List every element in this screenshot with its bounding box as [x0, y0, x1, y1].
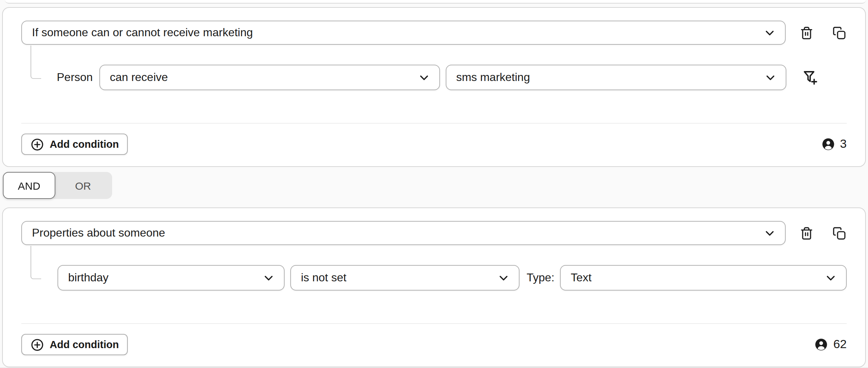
- plus-circle-icon: [31, 137, 44, 151]
- chevron-down-icon: [263, 272, 274, 283]
- and-label: AND: [18, 179, 40, 191]
- group-1-condition-row: Person can receive sms marketing: [57, 65, 847, 90]
- condition-group-1: If someone can or cannot receive marketi…: [2, 7, 866, 167]
- tree-connector: [31, 45, 41, 79]
- group-1-category-value: If someone can or cannot receive marketi…: [32, 26, 757, 39]
- user-circle-icon: [822, 138, 834, 151]
- group-1-header: If someone can or cannot receive marketi…: [21, 21, 847, 45]
- group-2-type-select[interactable]: Text: [560, 265, 847, 291]
- copy-icon: [832, 226, 846, 240]
- add-condition-label: Add condition: [50, 139, 119, 150]
- group-1-operator-value: can receive: [110, 71, 411, 84]
- connector-and-button[interactable]: AND: [3, 172, 55, 199]
- filter-plus-icon: [802, 70, 818, 85]
- group-1-count-value: 3: [840, 137, 847, 151]
- group-1-divider: [21, 123, 847, 124]
- group-1-profile-count: 3: [822, 137, 847, 151]
- add-condition-label: Add condition: [50, 339, 119, 350]
- chevron-down-icon: [418, 72, 429, 83]
- group-2-divider: [21, 323, 847, 324]
- duplicate-group-1-button[interactable]: [831, 25, 847, 40]
- segment-builder: If someone can or cannot receive marketi…: [0, 0, 868, 368]
- card-above-fragment: [5, 0, 866, 4]
- chevron-down-icon: [825, 272, 836, 283]
- plus-circle-icon: [31, 338, 44, 351]
- group-2-profile-count: 62: [815, 337, 847, 352]
- group-1-category-select[interactable]: If someone can or cannot receive marketi…: [21, 21, 786, 45]
- add-filter-button[interactable]: [802, 69, 819, 86]
- duplicate-group-2-button[interactable]: [831, 225, 847, 241]
- group-connector-toggle: OR AND: [3, 172, 123, 199]
- group-2-operator-select[interactable]: is not set: [290, 265, 520, 291]
- group-2-category-value: Properties about someone: [32, 227, 757, 239]
- group-2-header: Properties about someone: [21, 221, 847, 245]
- chevron-down-icon: [764, 27, 775, 38]
- group-2-type-value: Text: [571, 271, 818, 284]
- group-2-category-select[interactable]: Properties about someone: [21, 221, 786, 245]
- group-1-footer: Add condition 3: [21, 134, 847, 155]
- group-1-operator-select[interactable]: can receive: [99, 65, 440, 90]
- group-2-footer: Add condition 62: [21, 334, 847, 355]
- delete-group-1-button[interactable]: [798, 25, 814, 40]
- tree-connector: [31, 246, 41, 279]
- or-label: OR: [75, 179, 91, 191]
- group-1-channel-value: sms marketing: [456, 71, 758, 84]
- group-2-condition-row: birthday is not set Type: Text: [57, 265, 847, 291]
- group-1-channel-select[interactable]: sms marketing: [445, 65, 786, 90]
- trash-icon: [800, 26, 813, 39]
- delete-group-2-button[interactable]: [798, 225, 814, 241]
- group-2-property-select[interactable]: birthday: [57, 265, 285, 291]
- group-2-property-value: birthday: [68, 271, 256, 284]
- add-condition-button-1[interactable]: Add condition: [21, 134, 128, 155]
- chevron-down-icon: [498, 272, 509, 283]
- trash-icon: [800, 226, 813, 240]
- chevron-down-icon: [765, 72, 775, 83]
- condition-subject-label: Person: [57, 71, 93, 84]
- condition-group-2: Properties about someone birthday: [2, 207, 866, 367]
- chevron-down-icon: [764, 228, 775, 238]
- copy-icon: [832, 26, 846, 39]
- add-condition-button-2[interactable]: Add condition: [21, 334, 128, 355]
- user-circle-icon: [815, 338, 828, 351]
- type-label: Type:: [527, 271, 554, 284]
- group-2-count-value: 62: [833, 337, 847, 352]
- group-2-operator-value: is not set: [301, 271, 491, 284]
